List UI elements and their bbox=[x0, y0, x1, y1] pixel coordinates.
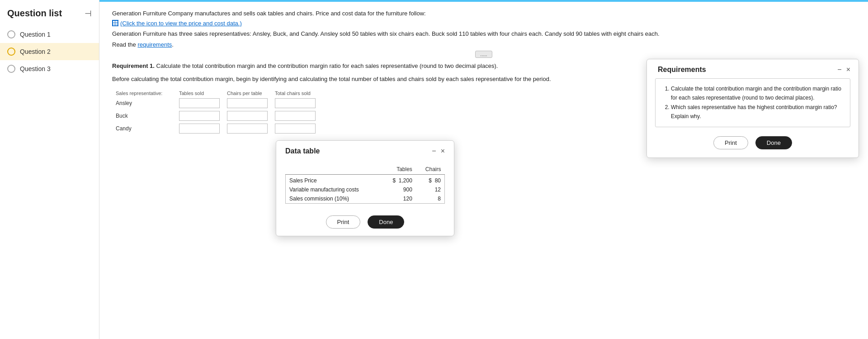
requirements-list: Calculate the total contribution margin … bbox=[663, 84, 843, 121]
collapse-button[interactable]: ⊣ bbox=[85, 9, 92, 19]
data-table-minimize-button[interactable]: − bbox=[432, 148, 436, 155]
requirements-modal-footer: Print Done bbox=[647, 132, 859, 158]
buck-total-chairs-input[interactable] bbox=[275, 111, 316, 121]
price-cost-table: Tables Chairs Sales Price $ 1,200 $ 80 bbox=[285, 164, 445, 204]
ansley-tables-sold-input[interactable] bbox=[179, 98, 220, 108]
data-table-modal-header: Data table − × bbox=[276, 141, 454, 160]
ansley-chairs-per-table-input[interactable] bbox=[227, 98, 268, 108]
ansley-total-chairs-cell bbox=[271, 97, 319, 110]
buck-tables-sold-input[interactable] bbox=[179, 111, 220, 121]
var-mfg-chairs: 12 bbox=[416, 185, 445, 194]
var-mfg-tables: 900 bbox=[382, 185, 416, 194]
data-table-modal-controls: − × bbox=[432, 148, 445, 155]
ansley-tables-sold-cell bbox=[175, 97, 223, 110]
sales-price-tables: $ 1,200 bbox=[382, 175, 416, 186]
sidebar-title: Question list bbox=[7, 8, 62, 19]
requirements-done-button[interactable]: Done bbox=[755, 136, 792, 149]
var-mfg-label: Variable manufacturing costs bbox=[286, 185, 382, 194]
data-table-modal-body: Tables Chairs Sales Price $ 1,200 $ 80 bbox=[276, 160, 454, 211]
sidebar-item-q1[interactable]: Question 1 bbox=[0, 26, 99, 43]
data-table-done-button[interactable]: Done bbox=[368, 215, 404, 229]
top-accent-bar bbox=[99, 0, 868, 2]
sidebar-item-label-q3: Question 3 bbox=[20, 65, 51, 72]
sidebar-header: Question list ⊣ bbox=[0, 5, 99, 26]
q3-circle-icon bbox=[7, 65, 15, 73]
col-header-tables-sold: Tables sold bbox=[175, 90, 223, 97]
requirements-minimize-button[interactable]: − bbox=[837, 66, 841, 73]
buck-total-chairs-cell bbox=[271, 110, 319, 122]
expand-button[interactable]: ..... bbox=[475, 51, 492, 58]
candy-tables-sold-input[interactable] bbox=[179, 124, 220, 134]
ansley-chairs-per-table-cell bbox=[223, 97, 271, 110]
sidebar-item-label-q2: Question 2 bbox=[20, 48, 51, 55]
sidebar-item-q2[interactable]: Question 2 bbox=[0, 43, 99, 60]
col-tables-header: Tables bbox=[382, 164, 416, 175]
data-link-text: (Click the icon to view the price and co… bbox=[120, 20, 242, 27]
data-table-print-button[interactable]: Print bbox=[326, 215, 361, 229]
candy-total-chairs-cell bbox=[271, 122, 319, 135]
requirements-modal: Requirements − × Calculate the total con… bbox=[646, 59, 859, 158]
sidebar-item-q3[interactable]: Question 3 bbox=[0, 60, 99, 77]
buck-tables-sold-cell bbox=[175, 110, 223, 122]
list-item: Calculate the total contribution margin … bbox=[671, 84, 843, 103]
candy-chairs-per-table-cell bbox=[223, 122, 271, 135]
data-link-row: (Click the icon to view the price and co… bbox=[112, 20, 855, 28]
q1-circle-icon bbox=[7, 30, 15, 38]
list-item: Which sales representative has the highe… bbox=[671, 103, 843, 121]
data-table-modal-footer: Print Done bbox=[276, 211, 454, 236]
candy-chairs-per-table-input[interactable] bbox=[227, 124, 268, 134]
read-requirements-row: Read the requirements. bbox=[112, 40, 855, 49]
expand-row: ..... bbox=[112, 51, 855, 58]
rep-name-candy: Candy bbox=[112, 122, 175, 135]
reps-table: Sales representative: Tables sold Chairs… bbox=[112, 90, 319, 135]
list-item: Sales commission (10%) 120 8 bbox=[286, 194, 445, 204]
candy-total-chairs-input[interactable] bbox=[275, 124, 316, 134]
ansley-total-chairs-input[interactable] bbox=[275, 98, 316, 108]
col-header-total-chairs: Total chairs sold bbox=[271, 90, 319, 97]
col-chairs-header: Chairs bbox=[416, 164, 445, 175]
sales-price-label: Sales Price bbox=[286, 175, 382, 186]
table-row: Candy bbox=[112, 122, 319, 135]
req-label: Requirement 1. bbox=[112, 62, 155, 69]
list-item: Variable manufacturing costs 900 12 bbox=[286, 185, 445, 194]
data-table-close-button[interactable]: × bbox=[441, 148, 445, 155]
requirements-modal-header: Requirements − × bbox=[647, 59, 859, 78]
requirements-modal-title: Requirements bbox=[658, 66, 706, 74]
sales-price-chairs: $ 80 bbox=[416, 175, 445, 186]
table-row: Buck bbox=[112, 110, 319, 122]
buck-chairs-per-table-cell bbox=[223, 110, 271, 122]
commission-label: Sales commission (10%) bbox=[286, 194, 382, 204]
main-content: Generation Furniture Company manufacture… bbox=[99, 0, 868, 339]
grid-icon bbox=[112, 20, 118, 26]
commission-tables: 120 bbox=[382, 194, 416, 204]
sidebar: Question list ⊣ Question 1 Question 2 Qu… bbox=[0, 0, 99, 339]
requirements-close-button[interactable]: × bbox=[846, 66, 850, 73]
commission-chairs: 8 bbox=[416, 194, 445, 204]
rep-name-ansley: Ansley bbox=[112, 97, 175, 110]
data-table-modal-title: Data table bbox=[285, 147, 320, 155]
requirements-modal-body: Calculate the total contribution margin … bbox=[655, 78, 850, 127]
requirements-modal-controls: − × bbox=[837, 66, 850, 73]
list-item: Sales Price $ 1,200 $ 80 bbox=[286, 175, 445, 186]
rep-name-buck: Buck bbox=[112, 110, 175, 122]
candy-tables-sold-cell bbox=[175, 122, 223, 135]
requirements-print-button[interactable]: Print bbox=[713, 136, 748, 149]
col-header-chairs-per-table: Chairs per table bbox=[223, 90, 271, 97]
sidebar-item-label-q1: Question 1 bbox=[20, 31, 51, 38]
table-row: Ansley bbox=[112, 97, 319, 110]
col-header-rep: Sales representative: bbox=[112, 90, 175, 97]
intro-text-1: Generation Furniture Company manufacture… bbox=[112, 9, 855, 18]
col-label-header bbox=[286, 164, 382, 175]
q2-circle-icon bbox=[7, 48, 15, 56]
requirements-link[interactable]: requirements bbox=[137, 41, 172, 48]
data-table-link[interactable]: (Click the icon to view the price and co… bbox=[112, 20, 242, 27]
intro-text-2: Generation Furniture has three sales rep… bbox=[112, 29, 855, 38]
data-table-modal: Data table − × Tables Chairs Sales Price bbox=[276, 140, 454, 236]
buck-chairs-per-table-input[interactable] bbox=[227, 111, 268, 121]
